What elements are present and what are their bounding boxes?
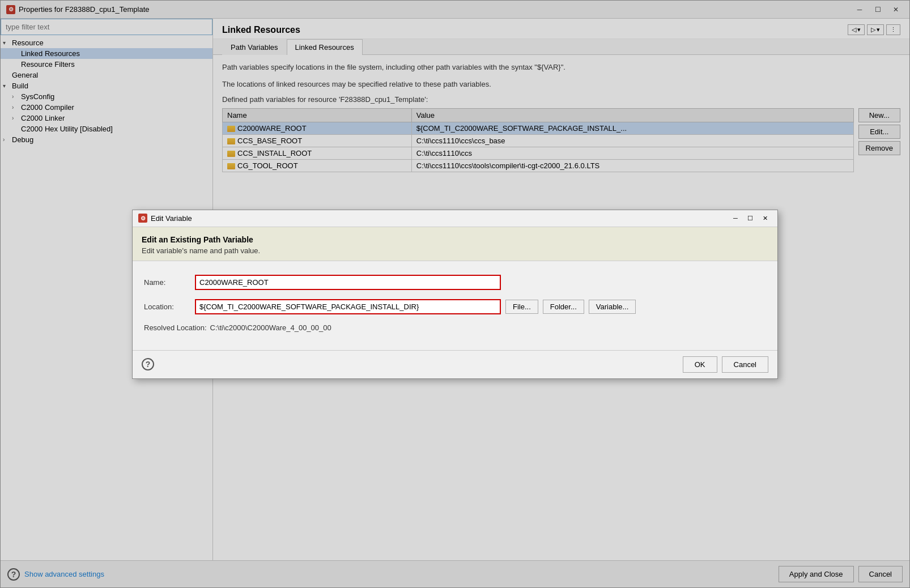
location-row: Location: File... Folder... Variable... (144, 299, 766, 314)
dialog-footer: ? OK Cancel (133, 350, 777, 378)
dialog-body: Name: Location: File... Folder... Variab… (133, 261, 777, 350)
modal-overlay: ⚙ Edit Variable ─ ☐ ✕ Edit an Existing P… (0, 0, 910, 588)
name-input[interactable] (195, 275, 501, 290)
edit-dialog: ⚙ Edit Variable ─ ☐ ✕ Edit an Existing P… (132, 210, 778, 379)
dialog-title-bar: ⚙ Edit Variable ─ ☐ ✕ (133, 210, 777, 227)
dialog-restore-button[interactable]: ☐ (743, 213, 757, 223)
dialog-cancel-button[interactable]: Cancel (722, 356, 768, 373)
location-row-inner: File... Folder... Variable... (195, 299, 636, 314)
dialog-footer-left: ? (142, 358, 154, 370)
ok-button[interactable]: OK (683, 356, 717, 373)
dialog-footer-right: OK Cancel (683, 356, 768, 373)
resolved-label: Resolved Location: (144, 323, 207, 332)
name-label: Name: (144, 278, 195, 287)
dialog-minimize-button[interactable]: ─ (729, 213, 742, 223)
variable-button[interactable]: Variable... (589, 300, 636, 314)
dialog-help-icon[interactable]: ? (142, 358, 154, 370)
dialog-header-title: Edit an Existing Path Variable (142, 235, 768, 244)
name-row: Name: (144, 275, 766, 290)
location-input[interactable] (195, 299, 501, 314)
dialog-title-buttons: ─ ☐ ✕ (729, 213, 772, 223)
location-label: Location: (144, 302, 195, 311)
dialog-app-icon: ⚙ (138, 214, 147, 223)
folder-button[interactable]: Folder... (543, 300, 584, 314)
dialog-title-left: ⚙ Edit Variable (138, 214, 192, 223)
resolved-value: C:\ti\c2000\C2000Ware_4_00_00_00 (210, 323, 331, 332)
resolved-row: Resolved Location: C:\ti\c2000\C2000Ware… (144, 323, 766, 332)
dialog-header-desc: Edit variable's name and path value. (142, 246, 768, 255)
dialog-header-section: Edit an Existing Path Variable Edit vari… (133, 227, 777, 261)
file-button[interactable]: File... (505, 300, 538, 314)
dialog-close-button[interactable]: ✕ (758, 213, 772, 223)
dialog-title: Edit Variable (151, 214, 192, 223)
